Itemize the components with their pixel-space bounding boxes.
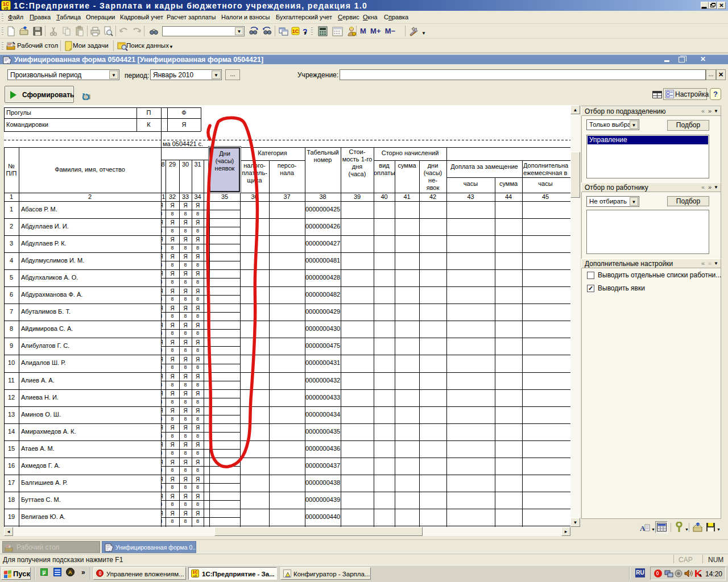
svg-text:1С: 1С <box>292 28 299 34</box>
